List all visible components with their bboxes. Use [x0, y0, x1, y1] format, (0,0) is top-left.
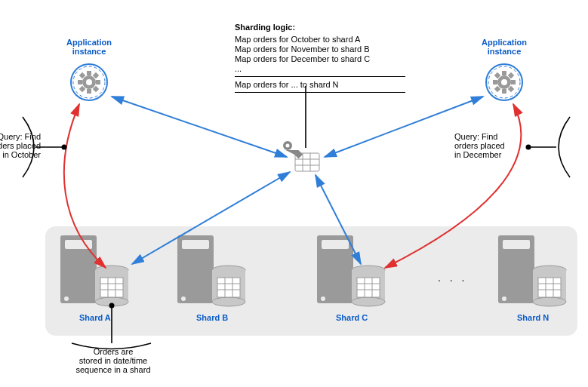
logic-rule-0: Map orders for October to shard A: [235, 35, 405, 44]
svg-point-24: [321, 296, 325, 301]
svg-point-38: [533, 297, 566, 306]
svg-rect-48: [87, 89, 91, 94]
shard-n-label: Shard N: [517, 313, 549, 322]
svg-point-55: [86, 79, 92, 85]
application-left-icon: [71, 64, 107, 100]
svg-point-13: [181, 296, 186, 301]
svg-point-79: [109, 303, 115, 309]
app-right-label: Application instance: [474, 38, 534, 56]
svg-point-78: [526, 145, 531, 150]
svg-rect-59: [502, 71, 506, 75]
svg-rect-34: [503, 240, 530, 249]
svg-rect-61: [493, 80, 497, 84]
svg-rect-62: [511, 80, 516, 84]
sharding-logic-icon: [283, 141, 319, 171]
svg-rect-28: [357, 278, 380, 297]
shard-dots: . . .: [438, 272, 467, 284]
svg-point-16: [212, 297, 245, 306]
svg-point-74: [286, 144, 290, 148]
logic-rule-1: Map orders for November to shard B: [235, 45, 405, 54]
svg-point-2: [64, 296, 69, 301]
svg-rect-39: [538, 278, 561, 297]
svg-rect-50: [96, 80, 100, 84]
app-left-label: Application instance: [60, 38, 118, 56]
svg-rect-6: [100, 278, 123, 297]
logic-title: Sharding logic:: [235, 23, 405, 32]
application-right-icon: [486, 64, 522, 100]
query-right-text: Query: Find orders placed in December: [454, 132, 515, 159]
svg-rect-60: [502, 89, 506, 94]
logic-rule-2: Map orders for December to shard C: [235, 54, 405, 63]
arrow-app-left-logic: [112, 97, 287, 157]
shard-c-label: Shard C: [336, 313, 368, 322]
svg-rect-47: [87, 71, 91, 75]
svg-point-27: [352, 297, 385, 306]
sharding-logic-box: Sharding logic: Map orders for October t…: [235, 23, 405, 96]
svg-rect-12: [182, 240, 209, 249]
shard-a-label: Shard A: [79, 313, 111, 322]
svg-rect-49: [78, 80, 82, 84]
query-left-text: Query: Find orders placed in October: [0, 132, 41, 159]
footnote-text: Orders are stored in date/time sequence …: [68, 347, 159, 374]
logic-last: Map orders for ... to shard N: [235, 80, 405, 89]
svg-point-35: [502, 296, 506, 301]
svg-point-76: [62, 145, 67, 150]
svg-rect-17: [217, 278, 240, 297]
svg-rect-23: [322, 240, 349, 249]
logic-ellipsis: ...: [235, 64, 405, 73]
query-right-bracket: [559, 117, 570, 177]
svg-point-67: [501, 79, 507, 85]
shard-b-label: Shard B: [196, 313, 228, 322]
